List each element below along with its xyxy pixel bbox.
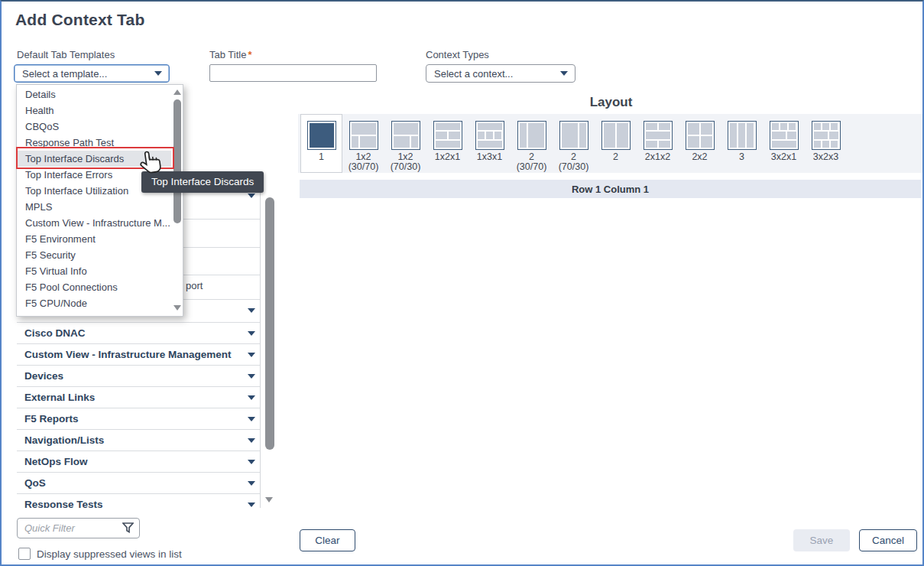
template-option-health[interactable]: Health: [17, 102, 171, 119]
dropdown-scrollbar-thumb[interactable]: [173, 99, 181, 223]
layout-option-2x2[interactable]: 2x2: [679, 114, 721, 173]
display-suppressed-label: Display suppressed views in list: [37, 548, 182, 560]
layout-option-3[interactable]: 3: [721, 114, 763, 173]
hand-cursor-icon: [137, 148, 167, 182]
quick-filter-input[interactable]: [17, 518, 140, 538]
layout-thumbnail: [433, 121, 462, 150]
chevron-down-icon: [248, 308, 255, 313]
template-dropdown-list: DetailsHealthCBQoSResponse Path TestTop …: [17, 86, 171, 317]
required-asterisk: *: [248, 49, 251, 60]
default-tab-templates-label: Default Tab Templates: [17, 49, 115, 60]
layout-thumbnail: [644, 121, 673, 150]
accordion-section-cisco-dnac[interactable]: Cisco DNAC: [17, 323, 260, 344]
chevron-down-icon: [248, 331, 255, 336]
chevron-down-icon: [248, 353, 255, 357]
layout-thumbnail: [770, 121, 799, 150]
template-option-f5-cpu-node[interactable]: F5 CPU/Node: [17, 295, 171, 311]
layout-thumbnail: [686, 121, 715, 150]
template-option-f5-environment[interactable]: F5 Environment: [17, 231, 171, 247]
accordion-section-response-tests[interactable]: Response Tests: [17, 494, 260, 508]
accordion-section-label: External Links: [24, 392, 95, 403]
layout-thumbnail: [812, 121, 841, 150]
layout-option-1x2x1[interactable]: 1x2x1: [426, 114, 468, 173]
layout-option-label: 2x2: [692, 152, 707, 162]
chevron-down-icon: [560, 71, 568, 76]
template-option-clipped[interactable]: Firewall S...: [17, 311, 171, 317]
accordion-section-netops-flow[interactable]: NetOps Flow: [17, 451, 260, 473]
accordion-section-custom-view-infrastructure-management[interactable]: Custom View - Infrastructure Management: [17, 344, 260, 366]
layout-thumbnail: [349, 121, 378, 150]
layout-option-label: 1x2(30/70): [349, 152, 379, 172]
layout-option-label: 2(30/70): [517, 152, 547, 172]
template-option-f5-security[interactable]: F5 Security: [17, 247, 171, 263]
layout-option-1x3x1[interactable]: 1x3x1: [468, 114, 511, 173]
accordion-section-label: Devices: [24, 370, 63, 382]
layout-option-label: 1: [319, 152, 324, 162]
layout-option-label: 2(70/30): [559, 152, 589, 172]
views-panel-scrollbar-thumb[interactable]: [265, 197, 274, 450]
views-panel-scroll-down-icon[interactable]: [265, 497, 273, 503]
layout-option-3x2x1[interactable]: 3x2x1: [763, 114, 805, 173]
accordion-section-label: Response Tests: [24, 499, 103, 508]
layout-thumbnail: [728, 121, 757, 150]
layout-option-2-70-30[interactable]: 2(70/30): [553, 114, 595, 173]
dropdown-scroll-down-icon[interactable]: [173, 305, 181, 311]
layout-option-2[interactable]: 2: [595, 114, 637, 173]
chevron-down-icon: [248, 395, 255, 400]
accordion-section-devices[interactable]: Devices: [17, 366, 260, 387]
template-option-mpls[interactable]: MPLS: [17, 199, 171, 215]
accordion-section-label: F5 Reports: [24, 413, 79, 424]
save-button[interactable]: Save: [793, 529, 850, 551]
accordion-section-navigation-lists[interactable]: Navigation/Lists: [17, 430, 260, 451]
layout-option-label: 2: [613, 152, 618, 162]
layout-thumbnail: [517, 121, 546, 150]
cancel-button[interactable]: Cancel: [859, 529, 917, 551]
layout-options: 11x2(30/70)1x2(70/30)1x2x11x3x12(30/70)2…: [300, 114, 847, 173]
layout-option-2x1x2[interactable]: 2x1x2: [637, 114, 679, 173]
layout-option-label: 3x2x3: [813, 152, 838, 162]
context-select[interactable]: Select a context...: [426, 64, 575, 83]
template-option-custom-view-infrastructure-m[interactable]: Custom View - Infrastructure M...: [17, 215, 171, 231]
chevron-down-icon: [154, 71, 162, 76]
layout-option-1x2-30-70[interactable]: 1x2(30/70): [342, 114, 384, 173]
accordion-section-f5-reports[interactable]: F5 Reports: [17, 408, 260, 430]
template-select[interactable]: Select a template...: [14, 64, 170, 83]
dropdown-scroll-up-icon[interactable]: [173, 89, 181, 95]
chevron-down-icon: [248, 503, 255, 507]
template-option-details[interactable]: Details: [17, 86, 171, 102]
accordion-section-external-links[interactable]: External Links: [17, 387, 260, 408]
accordion-section-qos[interactable]: QoS: [17, 473, 260, 494]
filter-funnel-icon[interactable]: [122, 522, 134, 536]
page-title: Add Context Tab: [15, 11, 144, 29]
chevron-down-icon: [248, 417, 255, 421]
layout-option-2-30-70[interactable]: 2(30/70): [511, 114, 553, 173]
layout-thumbnail: [391, 121, 420, 150]
accordion-section-label: Navigation/Lists: [24, 434, 104, 446]
accordion-section-label: NetOps Flow: [24, 456, 88, 467]
chevron-down-icon: [248, 481, 255, 486]
layout-option-label: 1x2x1: [435, 152, 460, 162]
layout-thumbnail: [307, 121, 336, 150]
layout-option-label: 1x2(70/30): [391, 152, 421, 172]
template-option-cbqos[interactable]: CBQoS: [17, 119, 171, 135]
layout-option-label: 2x1x2: [645, 152, 670, 162]
layout-option-label: 3x2x1: [771, 152, 796, 162]
clear-button[interactable]: Clear: [300, 529, 355, 551]
layout-option-label: 3: [739, 152, 744, 162]
tab-title-label: Tab Title*: [209, 49, 251, 60]
template-option-f5-virtual-info[interactable]: F5 Virtual Info: [17, 263, 171, 279]
chevron-down-icon: [248, 460, 255, 464]
quick-filter-wrap: [17, 518, 140, 538]
context-types-label: Context Types: [426, 49, 489, 60]
layout-thumbnail: [601, 121, 631, 150]
layout-option-label: 1x3x1: [477, 152, 502, 162]
template-dropdown-panel: DetailsHealthCBQoSResponse Path TestTop …: [16, 84, 183, 317]
display-suppressed-checkbox[interactable]: [18, 548, 31, 560]
layout-option-1[interactable]: 1: [300, 114, 342, 173]
layout-option-3x2x3[interactable]: 3x2x3: [805, 114, 847, 173]
layout-section-title: Layout: [298, 95, 924, 110]
layout-option-1x2-70-30[interactable]: 1x2(70/30): [384, 114, 426, 173]
tab-title-input[interactable]: [209, 64, 377, 82]
accordion-section-label: Custom View - Infrastructure Management: [24, 349, 232, 360]
template-option-f5-pool-connections[interactable]: F5 Pool Connections: [17, 279, 171, 295]
